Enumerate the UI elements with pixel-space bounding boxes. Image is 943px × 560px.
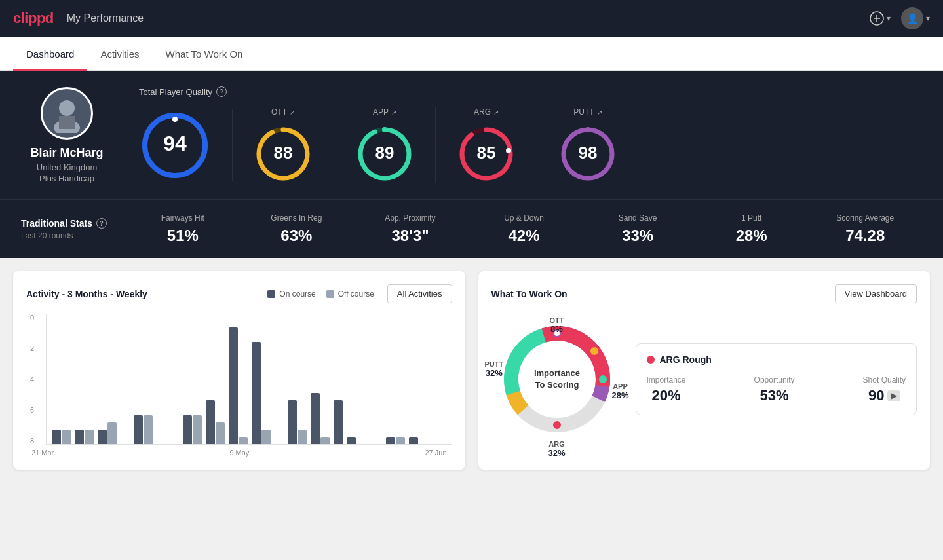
player-handicap: Plus Handicap [39,174,94,183]
bottom-section: Activity - 3 Months - Weekly On course O… [0,258,943,483]
add-icon[interactable]: ▾ [870,11,891,26]
quality-section: Total Player Quality ? 94 OTT ↗ [139,86,922,183]
quality-info-icon[interactable]: ? [216,86,227,97]
work-card-header: What To Work On View Dashboard [491,284,917,303]
bar-chart: 8 6 4 2 0 21 Mar 9 May 27 Jun [26,314,452,457]
svg-text:89: 89 [375,143,395,162]
chart-card-header: Activity - 3 Months - Weekly On course O… [26,284,452,303]
importance-donut-wrapper: Importance To Scoring OTT 8% APP [491,314,623,445]
bar-offcourse [144,415,153,444]
header: clippd My Performance ▾ 👤 ▾ [0,0,943,37]
trad-stats-label: Traditional Stats ? Last 20 rounds [21,218,126,240]
svg-point-33 [591,348,598,354]
svg-text:To Scoring: To Scoring [535,380,579,390]
bar-group [386,437,405,444]
bar-offcourse [239,437,248,444]
seg-arg-label: ARG 32% [548,440,565,458]
legend-oncourse: On course [267,289,315,299]
user-avatar-header[interactable]: 👤 ▾ [901,7,930,29]
bar-oncourse [206,400,215,444]
tab-dashboard[interactable]: Dashboard [13,37,87,71]
trad-stats-subtitle: Last 20 rounds [21,231,126,240]
bar-oncourse [252,342,261,444]
svg-text:Importance: Importance [533,368,579,378]
logo[interactable]: clippd [13,10,54,27]
bar-offcourse [261,430,271,444]
bar-oncourse [229,327,238,444]
bar-group [134,415,153,444]
ott-circle: OTT ↗ 88 [233,107,334,183]
stat-proximity: App. Proximity 38'3" [353,214,467,245]
detail-card-title: ARG Rough [647,354,906,365]
stat-updown: Up & Down 42% [467,214,581,245]
svg-text:88: 88 [274,143,293,162]
bar-oncourse [334,400,343,444]
bar-offcourse [320,437,330,444]
bar-offcourse [216,422,225,444]
svg-point-3 [59,100,75,116]
bar-offcourse [62,430,71,444]
bar-oncourse [288,400,297,444]
bar-chart-inner [46,314,452,445]
x-axis-labels: 21 Mar 9 May 27 Jun [26,449,452,457]
stat-greens: Greens In Reg 63% [240,214,354,245]
header-left: clippd My Performance [13,10,144,27]
trad-stats-title: Traditional Stats ? [21,218,126,229]
view-dashboard-button[interactable]: View Dashboard [835,284,917,303]
svg-text:94: 94 [163,132,187,155]
putt-label: PUTT ↗ [573,107,602,117]
bar-group [75,430,94,444]
score-mini-badge: ▶ [887,390,900,401]
svg-point-8 [172,117,178,122]
svg-point-34 [600,376,606,383]
user-dropdown-arrow[interactable]: ▾ [926,14,930,23]
bar-group [334,400,343,444]
total-quality-circle: 94 [139,109,233,181]
player-name: Blair McHarg [30,146,103,160]
svg-point-35 [554,422,560,428]
oncourse-dot [267,290,275,298]
detail-opportunity: Opportunity 53% [754,375,795,404]
seg-app-label: APP 28% [611,383,628,400]
trad-stats-info-icon[interactable]: ? [96,218,107,229]
bar-group [347,437,356,444]
arg-circle: ARG ↗ 85 [436,107,537,183]
bar-offcourse [107,422,117,444]
tab-what-to-work-on[interactable]: What To Work On [153,37,256,71]
activity-chart-card: Activity - 3 Months - Weekly On course O… [13,271,465,470]
bar-offcourse [193,415,202,444]
avatar: 👤 [901,7,923,29]
bar-oncourse [386,437,395,444]
bar-group [98,422,117,444]
bar-offcourse [396,437,405,444]
legend-offcourse: Off course [326,289,374,299]
add-dropdown-arrow[interactable]: ▾ [887,14,891,23]
bar-oncourse [134,415,143,444]
stat-scoring: Scoring Average 74.28 [808,214,922,245]
bar-oncourse [311,393,320,444]
svg-text:85: 85 [477,143,496,162]
bar-oncourse [75,430,84,444]
putt-circle: PUTT ↗ 98 [537,107,638,183]
all-activities-button[interactable]: All Activities [387,284,452,303]
hero-section: Blair McHarg United Kingdom Plus Handica… [0,71,943,200]
chart-legend: On course Off course [267,289,374,299]
quality-title: Total Player Quality ? [139,86,922,97]
y-axis-labels: 8 6 4 2 0 [30,314,34,445]
bar-oncourse [98,430,107,444]
tab-activities[interactable]: Activities [87,37,152,71]
seg-putt-label: PUTT 32% [485,360,504,378]
bar-group [409,437,418,444]
work-card-title: What To Work On [491,289,568,299]
bar-oncourse [347,437,356,444]
header-right: ▾ 👤 ▾ [870,7,930,29]
detail-dot-red [647,356,655,364]
offcourse-dot [326,290,334,298]
bar-group [206,400,225,444]
stat-oneputt: 1 Putt 28% [695,214,809,245]
bar-oncourse [409,437,418,444]
chart-wrapper: 8 6 4 2 0 [46,314,452,445]
stat-fairways: Fairways Hit 51% [126,214,240,245]
app-label: APP ↗ [373,107,396,117]
app-circle: APP ↗ 89 [334,107,436,183]
